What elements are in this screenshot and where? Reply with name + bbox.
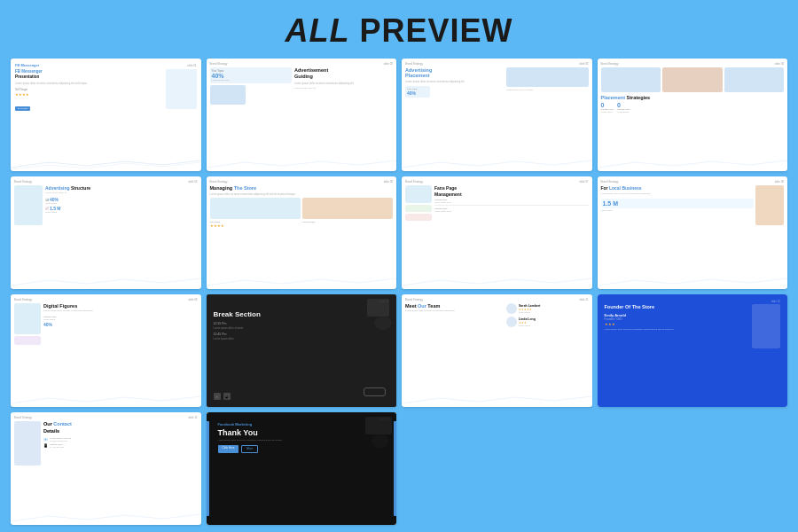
break-time1: 12:15 Pm bbox=[214, 322, 390, 325]
fans-title: Fans PageManagement bbox=[434, 185, 589, 197]
title-normal: PREVIEW bbox=[349, 12, 512, 49]
slide-text: Lorem ipsum dolor sit amet consectetur a… bbox=[15, 82, 163, 85]
placement-title: AdvertisingPlacement bbox=[405, 67, 504, 78]
slide-advertisement[interactable]: Brand Strategy slide 02 Your Topic 40% L… bbox=[207, 59, 397, 171]
managing-title: Managing The Store bbox=[210, 185, 394, 191]
title-italic: ALL bbox=[285, 12, 349, 49]
structure-title: Advertising Structure bbox=[45, 185, 198, 191]
slide-contact[interactable]: Brand Strategy slide 13 Our ContactDetai… bbox=[11, 412, 201, 525]
break-time2: 12:45 Pm bbox=[214, 332, 390, 336]
team-title: Meet Our Team bbox=[405, 303, 504, 309]
slide-adv-placement[interactable]: Brand Strategy slide 03 AdvertisingPlace… bbox=[402, 59, 592, 171]
meeting-image bbox=[210, 85, 246, 105]
digital-title: Digital Figures bbox=[43, 303, 198, 309]
slide-strategies[interactable]: Brand Strategy slide 04 Placement Strate… bbox=[598, 59, 788, 171]
slide-brand: FB Messenger bbox=[15, 63, 39, 67]
slide-break-section[interactable]: slide 10 Break Section 12:15 Pm Lorem ip… bbox=[207, 294, 397, 407]
break-title: Break Section bbox=[214, 310, 390, 318]
slide-messenger[interactable]: FB Messenger slide 01 FB MessengerPresen… bbox=[11, 59, 201, 171]
ty-title: Thank You bbox=[218, 428, 390, 437]
page-title: ALL PREVIEW bbox=[285, 12, 512, 50]
contact-image bbox=[14, 421, 41, 466]
slide-thank-you[interactable]: slide 14 Facebook Marketing Thank You Lo… bbox=[207, 412, 397, 525]
slide-founder[interactable]: slide 12 Founder Of The Store Emily Arno… bbox=[598, 294, 788, 407]
strategies-title: Placement Strategies bbox=[601, 95, 785, 100]
ty-btn-more[interactable]: More bbox=[241, 445, 258, 453]
local-title: For Local Business bbox=[601, 185, 755, 191]
ty-label: Facebook Marketing bbox=[218, 422, 390, 426]
adv-title: AdvertisementGuiding bbox=[294, 67, 393, 80]
slide-adv-structure[interactable]: Brand Strategy slide 05 Advertising Stru… bbox=[11, 176, 201, 289]
founder-title: Founder Of The Store bbox=[605, 304, 750, 310]
slide-meet-team[interactable]: Brand Strategy slide 11 Meet Our Team Lo… bbox=[402, 294, 592, 407]
contact-title: Our ContactDetails bbox=[43, 421, 198, 434]
slide-title: FB MessengerPresentation bbox=[15, 69, 163, 80]
slides-grid: FB Messenger slide 01 FB MessengerPresen… bbox=[0, 59, 798, 532]
slide-fans-page[interactable]: Brand Strategy slide 07 Fans PageManagem… bbox=[402, 176, 592, 289]
slide-local-business[interactable]: Brand Strategy slide 08 For Local Busine… bbox=[598, 176, 788, 289]
ty-btn-click[interactable]: Click Here bbox=[218, 445, 239, 453]
founder-image bbox=[752, 304, 780, 348]
deco-lines bbox=[11, 159, 201, 169]
slide-managing-store[interactable]: Brand Strategy slide 06 Managing The Sto… bbox=[207, 176, 397, 289]
slide-image bbox=[166, 69, 197, 109]
slide-digital-figures[interactable]: Brand Strategy slide 09 Digital Figures … bbox=[11, 294, 201, 407]
